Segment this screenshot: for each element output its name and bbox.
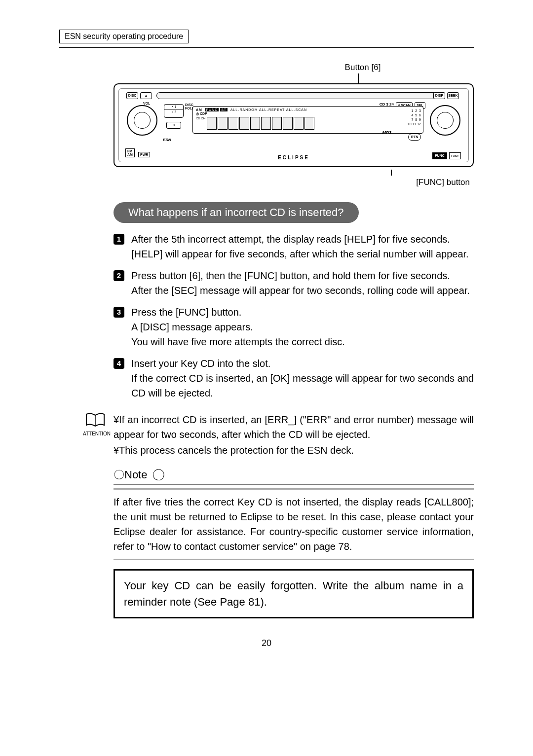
callout-line-bottom — [391, 170, 392, 176]
step-number-badge: 4 — [114, 358, 124, 369]
rtn-button: RTN — [408, 134, 421, 141]
tune-knob — [430, 105, 460, 136]
step-2: 2 Press button [6], then the [FUNC] butt… — [114, 268, 474, 298]
step-number-badge: 1 — [114, 234, 124, 245]
note-body: If after five tries the correct Key CD i… — [114, 495, 474, 554]
page-number: 20 — [59, 638, 474, 648]
callout-line-top — [358, 73, 359, 83]
brand-logo: ECLIPSE — [278, 155, 309, 160]
step-number-badge: 2 — [114, 270, 124, 281]
disc-button: DISC — [126, 92, 138, 99]
step-1: 1 After the 5th incorrect attempt, the d… — [114, 232, 474, 261]
disc-folder-rocker: ∧ 1 ∨ 2 — [164, 104, 184, 118]
cd-slot — [156, 92, 443, 99]
content-area: Button [6] DISC ▲ DISP SEEK VOL ∧ 1 ∨ 2 … — [114, 63, 474, 618]
pwr-button: PWR — [138, 152, 150, 157]
callout-button-6: Button [6] — [252, 63, 474, 72]
header-chapter-label: ESN security operating procedure — [59, 30, 189, 43]
esn-label: ESN — [163, 138, 171, 142]
fm-am-button: FMAM — [125, 148, 135, 157]
note-top-rule — [114, 488, 474, 490]
note-bottom-rule — [114, 559, 474, 560]
vol-label: VOL — [143, 102, 150, 105]
section-heading: What happens if an incorrect CD is inser… — [114, 202, 359, 223]
step-4: 4 Insert your Key CD into the slot. If t… — [114, 356, 474, 400]
lcd-display: AM FUNC ST ALL-RANDOM ALL-REPEAT ALL-SCA… — [192, 106, 423, 134]
mp3-label: MP3 — [382, 130, 391, 135]
fast-button: FAST — [449, 152, 461, 159]
header-divider — [59, 47, 474, 48]
callout-func-button: [FUNC] button — [114, 178, 474, 187]
attention-label: ATTENTION — [83, 431, 108, 436]
seek-button: SEEK — [447, 92, 459, 99]
book-icon — [85, 412, 105, 428]
attention-block: ATTENTION ¥If an incorrect CD is inserte… — [114, 412, 474, 459]
eject-button: ▲ — [140, 92, 152, 99]
preset-numbers: 1 2 34 5 67 8 910 11 12 — [408, 108, 421, 126]
attention-icon: ATTENTION — [83, 412, 108, 436]
reminder-box: Your key CD can be easily forgotten. Wri… — [114, 569, 474, 618]
disp-button: DISP — [433, 92, 445, 99]
step-3: 3 Press the [FUNC] button. A [DISC] mess… — [114, 305, 474, 349]
car-stereo-diagram: DISC ▲ DISP SEEK VOL ∧ 1 ∨ 2 DISCFOLDER … — [114, 83, 474, 167]
procedure-list: 1 After the 5th incorrect attempt, the d… — [114, 232, 474, 400]
attention-text: ¥If an incorrect CD is inserted, an [ERR… — [114, 412, 474, 459]
func-button: FUNC — [432, 152, 447, 159]
button-3: 3 — [166, 122, 181, 129]
step-number-badge: 3 — [114, 307, 124, 318]
volume-knob — [127, 105, 157, 136]
diamond-icon: 〇 — [152, 468, 165, 481]
note-heading: 〇Note 〇 — [114, 468, 474, 485]
